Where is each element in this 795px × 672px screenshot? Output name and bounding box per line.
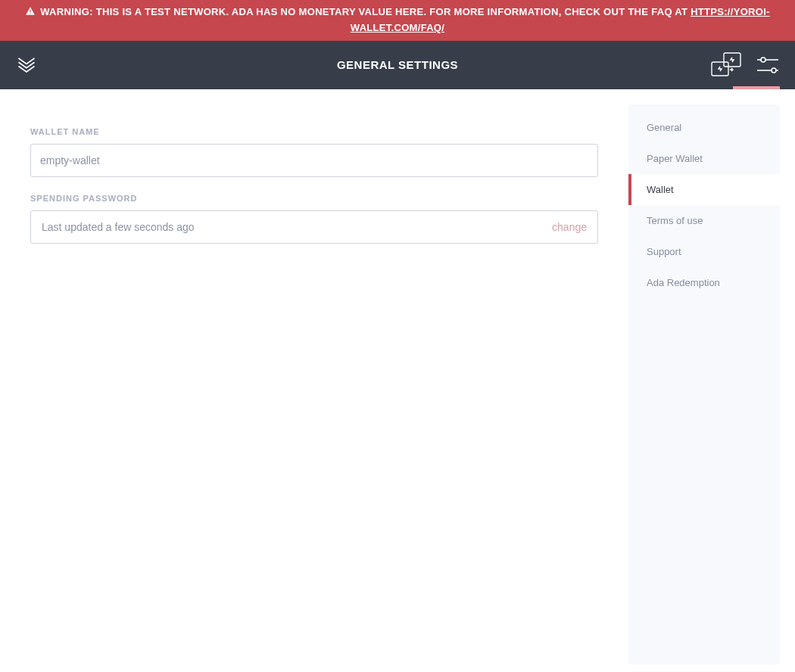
logo-icon[interactable] <box>15 54 38 76</box>
app-header: GENERAL SETTINGS <box>0 41 795 89</box>
svg-rect-0 <box>30 10 31 13</box>
main-content: WALLET NAME SPENDING PASSWORD Last updat… <box>0 89 795 672</box>
spending-password-status: Last updated a few seconds ago <box>42 221 195 233</box>
svg-point-7 <box>772 68 776 73</box>
sidebar-item-label: Terms of use <box>647 215 703 226</box>
sidebar-item-label: Support <box>647 246 681 257</box>
sidebar-item-label: Paper Wallet <box>647 153 703 164</box>
sidebar-item-support[interactable]: Support <box>628 236 780 267</box>
sidebar-item-label: Ada Redemption <box>647 277 720 288</box>
testnet-warning-banner: WARNING: THIS IS A TEST NETWORK. ADA HAS… <box>0 0 795 41</box>
change-password-link[interactable]: change <box>552 221 587 233</box>
settings-sliders-icon[interactable] <box>756 55 780 75</box>
spending-password-group: SPENDING PASSWORD Last updated a few sec… <box>30 194 598 244</box>
sidebar-item-paper-wallet[interactable]: Paper Wallet <box>628 143 780 174</box>
sidebar-item-label: General <box>647 122 681 133</box>
sidebar-item-general[interactable]: General <box>628 112 780 143</box>
settings-sidebar: General Paper Wallet Wallet Terms of use… <box>628 104 780 664</box>
sidebar-item-wallet[interactable]: Wallet <box>628 174 780 205</box>
warning-text: WARNING: THIS IS A TEST NETWORK. ADA HAS… <box>40 6 691 17</box>
spending-password-row: Last updated a few seconds ago change <box>30 210 598 244</box>
warning-icon <box>25 6 36 17</box>
wallet-name-group: WALLET NAME <box>30 127 598 177</box>
spending-password-label: SPENDING PASSWORD <box>30 194 598 203</box>
wallet-name-input[interactable] <box>30 144 598 177</box>
page-title: GENERAL SETTINGS <box>337 58 458 71</box>
header-active-indicator <box>733 86 780 89</box>
svg-rect-1 <box>30 13 31 14</box>
sidebar-item-terms-of-use[interactable]: Terms of use <box>628 205 780 236</box>
wallet-name-label: WALLET NAME <box>30 127 598 136</box>
sidebar-item-ada-redemption[interactable]: Ada Redemption <box>628 267 780 298</box>
wallet-transfer-icon[interactable] <box>710 51 742 79</box>
wallet-settings-card: WALLET NAME SPENDING PASSWORD Last updat… <box>15 104 613 283</box>
sidebar-item-label: Wallet <box>647 184 674 195</box>
svg-point-5 <box>761 58 765 62</box>
